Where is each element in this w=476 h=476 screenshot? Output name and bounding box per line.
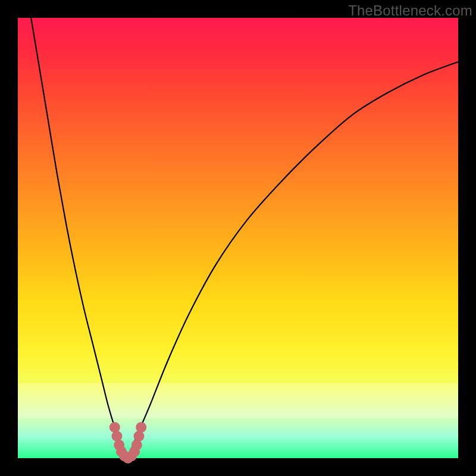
highlight-dot: [136, 422, 146, 433]
highlight-dots: [109, 422, 146, 464]
watermark-text: TheBottleneck.com: [348, 2, 472, 19]
chart-frame: TheBottleneck.com: [0, 0, 476, 476]
curve-layer: [18, 18, 458, 458]
right-branch-curve: [128, 62, 458, 458]
left-branch-curve: [31, 18, 128, 458]
